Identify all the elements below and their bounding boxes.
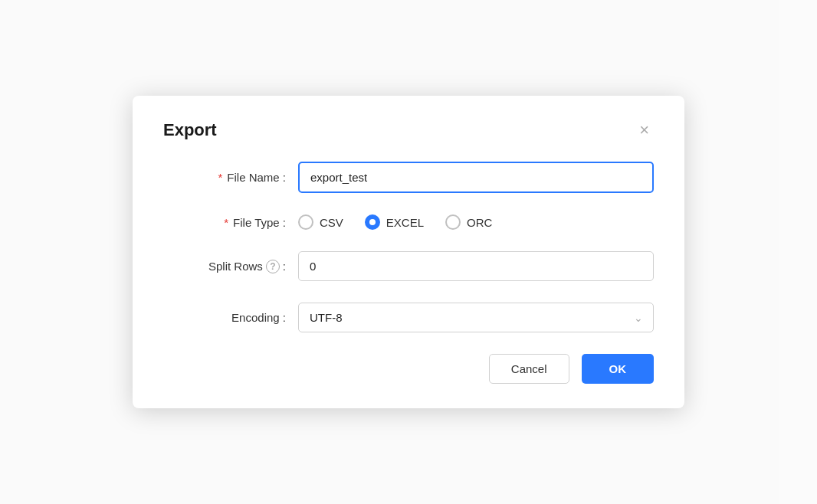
file-type-label-text: File Type : [233,216,286,229]
excel-radio-label[interactable]: EXCEL [365,214,424,230]
file-name-label-text: File Name : [227,171,286,184]
file-name-input[interactable] [298,162,654,193]
orc-radio-label[interactable]: ORC [445,214,492,230]
file-name-row: * File Name : [163,162,654,193]
excel-radio[interactable] [365,214,380,230]
cancel-button[interactable]: Cancel [489,354,569,384]
excel-label-text: EXCEL [386,216,424,229]
orc-label-text: ORC [467,216,492,229]
split-rows-help-icon[interactable]: ? [266,260,280,273]
split-rows-label-text: Split Rows [208,260,263,273]
file-name-required-star: * [218,171,222,184]
encoding-row: Encoding : UTF-8 GBK ISO-8859-1 ⌄ [163,303,654,332]
encoding-label-text: Encoding : [231,311,286,324]
split-rows-colon: : [283,260,286,273]
csv-radio[interactable] [298,214,313,230]
csv-radio-label[interactable]: CSV [298,214,343,230]
dialog-overlay: Export × * File Name : * File Type : CSV [0,0,817,504]
encoding-select[interactable]: UTF-8 GBK ISO-8859-1 [298,303,654,332]
dialog-header: Export × [163,120,654,140]
split-rows-input[interactable] [298,251,654,281]
split-rows-label: Split Rows ? : [163,260,286,273]
file-type-row: * File Type : CSV EXCEL ORC [163,214,654,230]
close-button[interactable]: × [635,120,654,140]
dialog-footer: Cancel OK [163,354,654,384]
file-type-required-star: * [224,216,228,229]
encoding-select-wrapper: UTF-8 GBK ISO-8859-1 ⌄ [298,303,654,332]
split-rows-row: Split Rows ? : [163,251,654,281]
dialog-title: Export [163,120,217,140]
file-type-label: * File Type : [163,216,286,229]
csv-label-text: CSV [320,216,343,229]
export-dialog: Export × * File Name : * File Type : CSV [133,96,684,408]
file-type-radio-group: CSV EXCEL ORC [298,214,654,230]
encoding-label: Encoding : [163,311,286,324]
ok-button[interactable]: OK [582,354,655,384]
file-name-label: * File Name : [163,171,286,184]
orc-radio[interactable] [445,214,461,230]
